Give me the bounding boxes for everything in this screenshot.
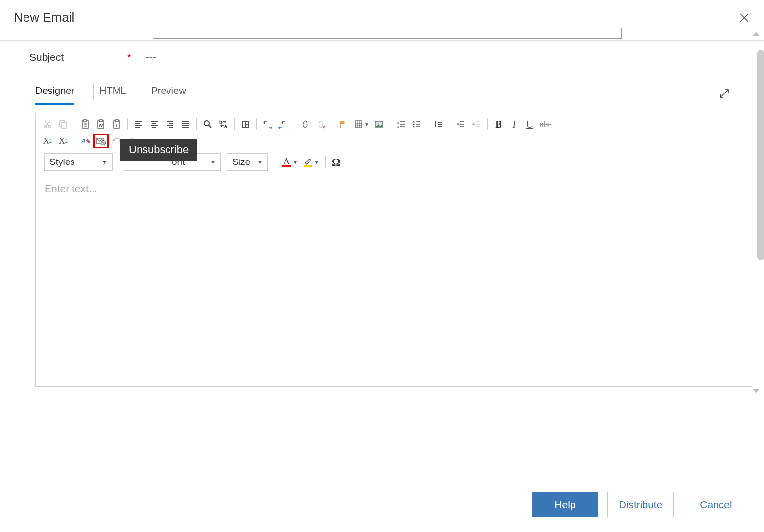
svg-text:3: 3	[397, 125, 399, 128]
align-center-button[interactable]	[146, 117, 162, 132]
editor-placeholder: Enter text...	[45, 183, 97, 194]
svg-point-1	[49, 126, 51, 128]
svg-text:W: W	[99, 123, 103, 128]
remove-format-icon: A	[80, 136, 91, 146]
text-color-button[interactable]: A ▼	[282, 157, 298, 167]
numbered-list-button[interactable]: 123	[393, 117, 409, 132]
templates-button[interactable]	[238, 117, 253, 132]
background-color-button[interactable]: ▼	[304, 157, 319, 167]
size-combo[interactable]: Size ▼	[227, 153, 268, 171]
svg-point-12	[204, 121, 209, 126]
paste-from-word-button[interactable]: W	[93, 117, 109, 132]
toolbar-separator	[234, 118, 235, 130]
find-button[interactable]	[200, 117, 215, 132]
magnifier-icon	[203, 119, 213, 129]
table-icon	[354, 119, 363, 129]
cancel-button[interactable]: Cancel	[683, 492, 749, 517]
tab-html[interactable]: HTML	[99, 83, 126, 104]
ltr-icon: ¶	[262, 119, 273, 129]
toolbar-separator	[74, 118, 74, 130]
editor-body[interactable]: Enter text...	[36, 175, 752, 203]
editor-toolbar: W T ba ¶ ¶	[36, 113, 752, 175]
toolbar-separator	[487, 118, 488, 130]
subscript-button[interactable]: X2	[40, 134, 55, 148]
subscript-glyph: X	[43, 136, 49, 146]
scrollbar-thumb[interactable]	[757, 50, 764, 260]
bullet-list-button[interactable]	[409, 117, 425, 132]
outdent-icon	[472, 119, 481, 129]
underline-button[interactable]: U	[522, 117, 538, 132]
svg-text:b: b	[219, 119, 222, 125]
toolbar-separator	[450, 118, 450, 130]
subject-value[interactable]: ---	[146, 51, 156, 63]
table-button[interactable]: ▼	[351, 117, 371, 132]
italic-button[interactable]: I	[506, 117, 522, 132]
anchor-button[interactable]	[335, 117, 351, 132]
close-button[interactable]	[740, 13, 749, 23]
caret-down-icon: ▼	[102, 159, 107, 165]
expand-editor-button[interactable]	[719, 88, 735, 99]
scrollbar-track[interactable]	[757, 50, 764, 393]
combo-label: Size	[232, 157, 250, 167]
svg-text:T: T	[115, 123, 118, 128]
svg-rect-30	[435, 121, 436, 127]
ltr-button[interactable]: ¶	[260, 117, 275, 132]
previous-field-input[interactable]	[153, 28, 622, 39]
svg-point-27	[413, 121, 414, 123]
close-icon	[740, 13, 749, 23]
tab-separator	[145, 83, 145, 99]
paste-as-text-button[interactable]: T	[109, 117, 124, 132]
tab-preview[interactable]: Preview	[151, 83, 186, 104]
scroll-down-arrow[interactable]	[753, 389, 759, 393]
svg-rect-21	[355, 121, 362, 128]
bg-color-icon	[304, 157, 312, 167]
align-right-button[interactable]	[162, 117, 178, 132]
justify-button[interactable]	[178, 117, 193, 132]
svg-text:A: A	[81, 137, 86, 145]
scroll-up-arrow[interactable]	[753, 32, 759, 36]
distribute-button[interactable]: Distribute	[607, 492, 674, 517]
strike-icon: abc	[539, 119, 551, 130]
rtl-icon: ¶	[278, 119, 288, 129]
copy-button[interactable]	[55, 117, 71, 132]
image-icon	[374, 119, 384, 129]
styles-combo[interactable]: Styles ▼	[44, 153, 113, 171]
svg-rect-16	[243, 122, 245, 127]
clipboard-icon	[80, 119, 90, 129]
toolbar-separator	[325, 156, 326, 168]
tab-separator	[93, 83, 94, 99]
rich-text-editor: W T ba ¶ ¶	[35, 113, 752, 387]
link-button[interactable]	[297, 117, 313, 132]
strikethrough-button[interactable]: abc	[538, 117, 553, 132]
caret-down-icon: ▼	[314, 160, 319, 165]
toolbar-separator	[332, 118, 332, 130]
caret-down-icon: ▼	[210, 159, 215, 165]
top-field-area	[0, 35, 764, 41]
blockquote-button[interactable]	[431, 117, 447, 132]
unlink-button[interactable]	[313, 117, 329, 132]
toolbar-separator	[196, 118, 197, 130]
image-button[interactable]	[371, 117, 387, 132]
unsubscribe-tooltip: Unsubscribe	[120, 139, 197, 161]
svg-text:¶: ¶	[281, 120, 285, 128]
special-char-button[interactable]: Ω	[329, 156, 344, 169]
cut-button[interactable]	[40, 117, 55, 132]
decrease-indent-button[interactable]	[469, 117, 484, 132]
bold-button[interactable]: B	[491, 117, 506, 132]
dialog-title: New Email	[14, 10, 74, 25]
unsubscribe-button[interactable]	[93, 134, 109, 148]
replace-button[interactable]: ba	[215, 117, 231, 132]
clipboard-word-icon: W	[96, 119, 106, 129]
svg-rect-18	[246, 125, 248, 127]
templates-icon	[240, 119, 250, 129]
toolbar-separator	[116, 156, 116, 168]
paste-button[interactable]	[77, 117, 93, 132]
rtl-button[interactable]: ¶	[275, 117, 291, 132]
align-left-button[interactable]	[131, 117, 146, 132]
superscript-button[interactable]: X2	[55, 134, 71, 148]
help-button[interactable]: Help	[532, 492, 598, 517]
increase-indent-button[interactable]	[453, 117, 469, 132]
expand-icon	[719, 88, 730, 99]
remove-format-button[interactable]: A	[77, 134, 93, 148]
tab-designer[interactable]: Designer	[35, 83, 74, 104]
